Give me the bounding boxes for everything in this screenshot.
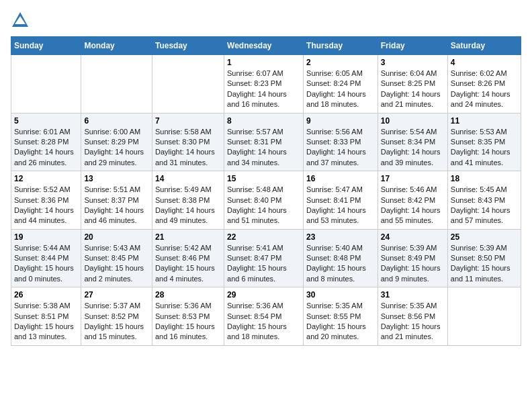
day-number: 15 [227,174,300,183]
sunrise-text: Sunrise: 5:39 AM [381,243,445,253]
daylight-text: Daylight: 14 hours and 29 minutes. [84,147,149,168]
day-number: 5 [14,116,78,126]
calendar-cell [11,55,81,113]
calendar-cell: 23Sunrise: 5:40 AMSunset: 8:48 PMDayligh… [304,229,378,287]
day-info: Sunrise: 5:37 AMSunset: 8:52 PMDaylight:… [84,301,149,342]
day-info: Sunrise: 5:35 AMSunset: 8:56 PMDaylight:… [381,301,445,342]
sunset-text: Sunset: 8:35 PM [451,137,518,147]
day-info: Sunrise: 5:42 AMSunset: 8:46 PMDaylight:… [155,243,221,285]
calendar-week-5: 26Sunrise: 5:38 AMSunset: 8:51 PMDayligh… [11,287,521,346]
sunset-text: Sunset: 8:25 PM [381,79,445,89]
day-info: Sunrise: 5:40 AMSunset: 8:48 PMDaylight:… [306,243,375,285]
sunset-text: Sunset: 8:29 PM [84,137,149,147]
sunrise-text: Sunrise: 5:46 AM [381,185,445,195]
sunset-text: Sunset: 8:30 PM [155,137,221,147]
day-info: Sunrise: 5:43 AMSunset: 8:45 PMDaylight:… [84,243,149,285]
day-number: 20 [84,232,149,242]
calendar-cell [447,287,521,346]
calendar-cell: 21Sunrise: 5:42 AMSunset: 8:46 PMDayligh… [152,229,224,287]
logo [11,11,32,30]
sunset-text: Sunset: 8:46 PM [155,253,221,263]
daylight-text: Daylight: 14 hours and 57 minutes. [451,205,518,226]
sunset-text: Sunset: 8:53 PM [155,312,221,322]
daylight-text: Daylight: 14 hours and 24 minutes. [451,89,518,110]
daylight-text: Daylight: 14 hours and 18 minutes. [306,89,375,110]
sunrise-text: Sunrise: 5:39 AM [451,243,518,253]
day-info: Sunrise: 5:36 AMSunset: 8:54 PMDaylight:… [227,301,300,342]
calendar-cell: 18Sunrise: 5:45 AMSunset: 8:43 PMDayligh… [447,171,521,230]
calendar-cell: 3Sunrise: 6:04 AMSunset: 8:25 PMDaylight… [378,55,447,113]
sunrise-text: Sunrise: 5:43 AM [84,243,149,253]
day-number: 13 [84,174,149,183]
calendar-cell: 16Sunrise: 5:47 AMSunset: 8:41 PMDayligh… [304,171,378,230]
weekday-header-saturday: Saturday [447,37,521,55]
calendar-cell: 13Sunrise: 5:51 AMSunset: 8:37 PMDayligh… [81,171,152,230]
sunrise-text: Sunrise: 6:01 AM [14,127,78,137]
sunrise-text: Sunrise: 5:58 AM [155,127,221,137]
daylight-text: Daylight: 15 hours and 11 minutes. [451,263,518,284]
sunrise-text: Sunrise: 5:38 AM [14,301,78,311]
day-number: 10 [381,116,445,126]
day-info: Sunrise: 5:47 AMSunset: 8:41 PMDaylight:… [306,185,375,226]
page-header [11,11,521,30]
day-info: Sunrise: 6:01 AMSunset: 8:28 PMDaylight:… [14,127,78,169]
day-info: Sunrise: 5:45 AMSunset: 8:43 PMDaylight:… [451,185,518,226]
daylight-text: Daylight: 14 hours and 41 minutes. [451,147,518,168]
day-number: 29 [227,290,300,300]
calendar-cell: 31Sunrise: 5:35 AMSunset: 8:56 PMDayligh… [378,287,447,346]
sunrise-text: Sunrise: 5:56 AM [306,127,375,137]
calendar-cell: 2Sunrise: 6:05 AMSunset: 8:24 PMDaylight… [304,55,378,113]
day-number: 30 [306,290,375,300]
day-number: 18 [451,174,518,183]
calendar-cell: 7Sunrise: 5:58 AMSunset: 8:30 PMDaylight… [152,113,224,171]
daylight-text: Daylight: 14 hours and 39 minutes. [381,147,445,168]
sunset-text: Sunset: 8:31 PM [227,137,300,147]
sunset-text: Sunset: 8:51 PM [14,312,78,322]
day-number: 16 [306,174,375,183]
day-number: 4 [451,58,518,67]
day-number: 31 [381,290,445,300]
calendar-week-2: 5Sunrise: 6:01 AMSunset: 8:28 PMDaylight… [11,113,521,171]
day-info: Sunrise: 5:38 AMSunset: 8:51 PMDaylight:… [14,301,78,342]
day-info: Sunrise: 6:05 AMSunset: 8:24 PMDaylight:… [306,68,375,110]
sunrise-text: Sunrise: 5:37 AM [84,301,149,311]
daylight-text: Daylight: 15 hours and 2 minutes. [84,263,149,284]
day-info: Sunrise: 5:51 AMSunset: 8:37 PMDaylight:… [84,185,149,226]
day-info: Sunrise: 5:44 AMSunset: 8:44 PMDaylight:… [14,243,78,285]
day-info: Sunrise: 5:35 AMSunset: 8:55 PMDaylight:… [306,301,375,342]
day-number: 12 [14,174,78,183]
sunrise-text: Sunrise: 5:35 AM [381,301,445,311]
daylight-text: Daylight: 14 hours and 37 minutes. [306,147,375,168]
sunrise-text: Sunrise: 5:35 AM [306,301,375,311]
sunrise-text: Sunrise: 5:41 AM [227,243,300,253]
day-info: Sunrise: 5:49 AMSunset: 8:38 PMDaylight:… [155,185,221,226]
sunset-text: Sunset: 8:42 PM [381,195,445,205]
calendar-cell: 25Sunrise: 5:39 AMSunset: 8:50 PMDayligh… [447,229,521,287]
day-info: Sunrise: 5:39 AMSunset: 8:49 PMDaylight:… [381,243,445,285]
calendar-cell [152,55,224,113]
daylight-text: Daylight: 14 hours and 55 minutes. [381,205,445,226]
sunset-text: Sunset: 8:26 PM [451,79,518,89]
daylight-text: Daylight: 14 hours and 44 minutes. [14,205,78,226]
day-number: 27 [84,290,149,300]
day-number: 21 [155,232,221,242]
weekday-header-row: SundayMondayTuesdayWednesdayThursdayFrid… [11,37,521,55]
logo-icon [11,11,30,30]
sunrise-text: Sunrise: 5:47 AM [306,185,375,195]
calendar-cell: 14Sunrise: 5:49 AMSunset: 8:38 PMDayligh… [152,171,224,230]
sunrise-text: Sunrise: 5:40 AM [306,243,375,253]
daylight-text: Daylight: 15 hours and 6 minutes. [227,263,300,284]
sunset-text: Sunset: 8:48 PM [306,253,375,263]
sunrise-text: Sunrise: 6:00 AM [84,127,149,137]
daylight-text: Daylight: 15 hours and 16 minutes. [155,322,221,342]
sunrise-text: Sunrise: 5:54 AM [381,127,445,137]
calendar-cell: 15Sunrise: 5:48 AMSunset: 8:40 PMDayligh… [224,171,304,230]
day-number: 28 [155,290,221,300]
sunrise-text: Sunrise: 5:36 AM [227,301,300,311]
daylight-text: Daylight: 15 hours and 18 minutes. [227,322,300,342]
sunset-text: Sunset: 8:41 PM [306,195,375,205]
day-number: 17 [381,174,445,183]
calendar-cell: 17Sunrise: 5:46 AMSunset: 8:42 PMDayligh… [378,171,447,230]
sunrise-text: Sunrise: 5:52 AM [14,185,78,195]
day-number: 9 [306,116,375,126]
